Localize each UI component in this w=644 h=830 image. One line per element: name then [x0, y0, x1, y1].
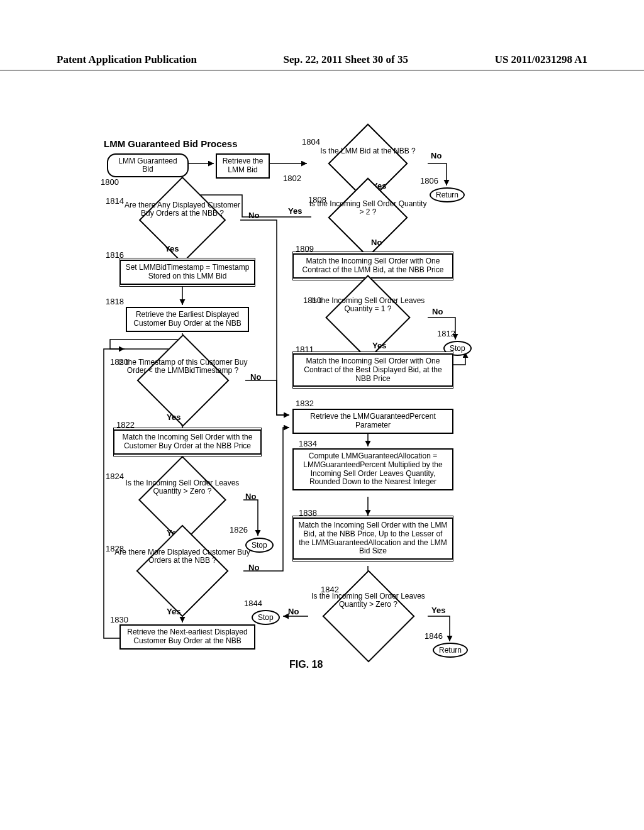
node-text: Match the Incoming Sell Order with the C…: [123, 433, 253, 450]
ref-1802: 1802: [283, 174, 301, 183]
decision-1808: Is the Incoming Sell Order Quantity > 2 …: [308, 200, 428, 235]
label-no: No: [432, 307, 443, 316]
ref-1830: 1830: [110, 615, 128, 624]
sheet-info: Sep. 22, 2011 Sheet 30 of 35: [284, 53, 408, 66]
process-1832: Retrieve the LMMGuaranteedPercent Parame…: [292, 409, 453, 434]
node-text: Return: [439, 646, 462, 655]
node-text: Retrieve the LMMGuaranteedPercent Parame…: [310, 412, 435, 429]
process-1816: Set LMMBidTimestamp = Timestamp Stored o…: [119, 260, 255, 285]
label-yes: Yes: [165, 244, 179, 253]
figure-label: FIG. 18: [289, 659, 323, 670]
node-text: Match the Incoming Sell Order with One C…: [304, 357, 441, 383]
decision-1820: Is the Timestamp of this Customer Buy Or…: [112, 358, 253, 402]
terminal-1806: Return: [430, 187, 465, 202]
label-no: No: [431, 151, 441, 160]
ref-1844: 1844: [244, 599, 262, 608]
ref-1812: 1812: [437, 329, 455, 338]
node-text: LMM Guaranteed Bid: [118, 157, 177, 174]
node-text: Match the Incoming Sell Order with One C…: [303, 257, 444, 274]
ref-1806: 1806: [420, 176, 438, 185]
decision-1828: Are there More Displayed Customer Buy Or…: [113, 548, 252, 594]
process-1822: Match the Incoming Sell Order with the C…: [113, 429, 262, 455]
process-1818: Retrieve the Earliest Displayed Customer…: [126, 307, 249, 332]
ref-1809: 1809: [296, 244, 314, 253]
node-text: Stop: [258, 613, 274, 622]
node-text: Are there Any Displayed Customer Buy Ord…: [119, 201, 245, 218]
label-no: No: [288, 607, 299, 616]
page-header: Patent Application Publication Sep. 22, …: [0, 53, 644, 70]
terminal-start: LMM Guaranteed Bid: [107, 153, 189, 177]
decision-1814: Are there Any Displayed Customer Buy Ord…: [119, 201, 245, 239]
process-1811: Match the Incoming Sell Order with One C…: [292, 353, 453, 387]
node-text: Set LMMBidTimestamp = Timestamp Stored o…: [126, 263, 250, 280]
decision-1824: Is the Incoming Sell Order Leaves Quanti…: [113, 479, 252, 521]
node-text: Is the Timestamp of this Customer Buy Or…: [112, 358, 253, 375]
node-text: Match the Incoming Sell Order with the L…: [299, 521, 448, 555]
node-text: Retrieve the Earliest Displayed Customer…: [133, 310, 241, 328]
node-text: Is the Incoming Sell Order Quantity > 2 …: [308, 200, 428, 216]
ref-1826: 1826: [230, 525, 248, 534]
node-text: Is the Incoming Sell Order Leaves Quanti…: [113, 479, 252, 495]
process-1802: Retrieve the LMM Bid: [216, 153, 270, 179]
ref-1834: 1834: [299, 439, 317, 448]
label-no: No: [248, 211, 259, 220]
terminal-1844: Stop: [252, 610, 280, 625]
ref-1822: 1822: [116, 420, 135, 429]
pub-number: US 2011/0231298 A1: [495, 53, 587, 66]
decision-1810: Is the Incoming Sell Order Leaves Quanti…: [308, 297, 428, 338]
node-text: Compute LMMGuaranteedAllocation = LMMGua…: [303, 451, 442, 486]
ref-1838: 1838: [299, 508, 317, 517]
node-text: Are there More Displayed Customer Buy Or…: [113, 548, 252, 565]
flowchart-diagram: LMM Guaranteed Bid Process: [94, 138, 560, 704]
ref-1832: 1832: [296, 399, 314, 408]
node-text: Stop: [252, 541, 267, 550]
process-1830: Retrieve the Next-earliest Displayed Cus…: [119, 624, 255, 650]
process-1838: Match the Incoming Sell Order with the L…: [292, 517, 453, 560]
label-yes: Yes: [431, 606, 445, 615]
node-text: Is the LMM Bid at the NBB ?: [308, 147, 428, 155]
label-no: No: [371, 238, 382, 247]
node-text: Return: [436, 191, 458, 199]
terminal-1846: Return: [433, 643, 468, 658]
ref-1811: 1811: [296, 345, 314, 354]
label-yes: Yes: [167, 607, 180, 616]
node-text: Retrieve the LMM Bid: [223, 157, 264, 174]
ref-1816: 1816: [106, 250, 124, 260]
pub-type: Patent Application Publication: [57, 53, 197, 66]
ref-1818: 1818: [106, 297, 124, 306]
process-1834: Compute LMMGuaranteedAllocation = LMMGua…: [292, 448, 453, 490]
node-text: Stop: [450, 344, 465, 353]
node-text: Retrieve the Next-earliest Displayed Cus…: [127, 628, 247, 645]
decision-1804: Is the LMM Bid at the NBB ?: [308, 147, 428, 180]
process-1809: Match the Incoming Sell Order with One C…: [292, 253, 453, 279]
ref-1846: 1846: [425, 631, 443, 641]
ref-1804: 1804: [302, 137, 320, 147]
label-yes: Yes: [167, 412, 180, 422]
label-yes: Yes: [288, 206, 302, 216]
node-text: Is the Incoming Sell Order Leaves Quanti…: [308, 297, 428, 313]
ref-1800: 1800: [101, 177, 119, 187]
decision-1842: Is the Incoming Sell Order Leaves Quanti…: [307, 592, 430, 640]
node-text: Is the Incoming Sell Order Leaves Quanti…: [307, 592, 430, 609]
label-yes: Yes: [372, 341, 386, 350]
